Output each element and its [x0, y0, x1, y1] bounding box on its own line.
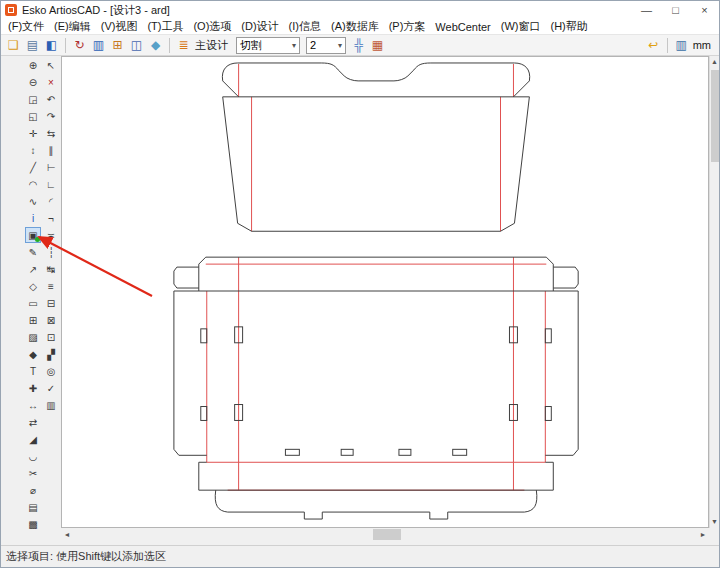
hatch-tool[interactable]: ▨ — [25, 329, 41, 345]
offset-tool[interactable]: ∥ — [43, 142, 59, 158]
pan-tool[interactable]: ✛ — [25, 125, 41, 141]
open-file-icon[interactable]: ❑ — [5, 37, 22, 54]
rotate-ccw-tool[interactable]: ↶ — [43, 91, 59, 107]
polygon-tool[interactable]: ◇ — [25, 278, 41, 294]
scroll-down-button[interactable]: ▼ — [710, 516, 719, 528]
bridge-tool[interactable]: ≍ — [43, 227, 59, 243]
trim-tool[interactable]: ⊢ — [43, 159, 59, 175]
mirror-tool[interactable]: ⇆ — [43, 125, 59, 141]
print-icon[interactable]: ▤ — [24, 37, 41, 54]
pattern-tool[interactable]: ▩ — [25, 516, 41, 532]
dimension-tool-icon: ↹ — [47, 264, 55, 275]
layout-tool[interactable]: ▤ — [25, 499, 41, 515]
layers-tool[interactable]: ▥ — [43, 397, 59, 413]
pointage-combo[interactable]: 2▾ — [306, 37, 346, 54]
vertical-scrollbar[interactable]: ▲ ▼ — [709, 56, 719, 528]
drawing-canvas[interactable] — [61, 56, 709, 528]
cut-tool[interactable]: ✂ — [25, 465, 41, 481]
menu-item-help[interactable]: (H)帮助 — [546, 19, 593, 34]
zoom-out-tool[interactable]: ⊖ — [25, 74, 41, 90]
align-tool[interactable]: ≡ — [43, 278, 59, 294]
menu-item-options[interactable]: (O)选项 — [188, 19, 236, 34]
grid-tool[interactable]: ⊞ — [25, 312, 41, 328]
fill-tool[interactable]: ◆ — [25, 346, 41, 362]
zoom-window-tool[interactable]: ◲ — [25, 91, 41, 107]
menu-item-design[interactable]: (D)设计 — [236, 19, 283, 34]
target-tool[interactable]: ◎ — [43, 363, 59, 379]
cube-icon[interactable]: ◆ — [147, 37, 164, 54]
v-scroll-thumb[interactable] — [711, 70, 719, 162]
notch-tool[interactable]: ¬ — [43, 210, 59, 226]
node-tool-icon: ✚ — [29, 383, 37, 394]
bevel-tool-icon: ◢ — [29, 434, 37, 445]
close-button[interactable]: × — [690, 1, 719, 19]
scroll-left-button[interactable]: ◄ — [61, 531, 73, 538]
round-corner-tool[interactable]: ◜ — [43, 193, 59, 209]
snap-grid-icon[interactable]: ╬ — [350, 37, 367, 54]
scroll-right-button[interactable]: ► — [697, 531, 709, 538]
mirror-tool-icon: ⇆ — [47, 128, 55, 139]
subtract-tool[interactable]: ⊟ — [43, 295, 59, 311]
rectangle-tool[interactable]: ▭ — [25, 295, 41, 311]
rebuild-icon[interactable]: ↻ — [71, 37, 88, 54]
bridge-tool-icon: ≍ — [47, 230, 55, 241]
union-tool[interactable]: ⊡ — [43, 329, 59, 345]
annotation-tool[interactable]: ✎ — [25, 244, 41, 260]
back-arrow-icon[interactable]: ↩ — [645, 37, 662, 54]
rectangle-tool-icon: ▭ — [28, 298, 37, 309]
arrow-tool[interactable]: ↗ — [25, 261, 41, 277]
corner-tool[interactable]: ∟ — [43, 176, 59, 192]
menu-item-database[interactable]: (A)数据库 — [326, 19, 384, 34]
selected-tool[interactable]: ▣ — [25, 227, 41, 243]
h-scroll-thumb[interactable] — [373, 529, 401, 540]
symbol-icon[interactable]: ◫ — [128, 37, 145, 54]
check-tool[interactable]: ✓ — [43, 380, 59, 396]
rotate-cw-tool[interactable]: ↷ — [43, 108, 59, 124]
save-icon[interactable]: ◧ — [43, 37, 60, 54]
scroll-up-button[interactable]: ▲ — [710, 56, 719, 68]
trim-tool-icon: ⊢ — [47, 162, 56, 173]
layers-tool-icon: ▥ — [46, 400, 55, 411]
menu-item-tools[interactable]: (T)工具 — [142, 19, 188, 34]
workspace: ⊕⊖◲◱✛↕╱◠∿i▣✎↗◇▭⊞▨◆T✚↔⇄◢◡✂⌀▤▩ ↖×↶↷⇆∥⊢∟◜¬≍… — [1, 56, 719, 545]
menu-item-file[interactable]: (F)文件 — [3, 19, 49, 34]
bevel-tool[interactable]: ◢ — [25, 431, 41, 447]
workspace-panel-icon[interactable]: ▥ — [673, 37, 690, 54]
menu-item-view[interactable]: (V)视图 — [96, 19, 143, 34]
curve-tool[interactable]: ∿ — [25, 193, 41, 209]
menu-item-info[interactable]: (I)信息 — [284, 19, 326, 34]
zoom-previous-tool-icon: ◱ — [28, 111, 37, 122]
chevron-down-icon: ▾ — [338, 41, 342, 50]
line-tool[interactable]: ╱ — [25, 159, 41, 175]
scroll-tool[interactable]: ↕ — [25, 142, 41, 158]
info-tool[interactable]: i — [25, 210, 41, 226]
menu-item-edit[interactable]: (E)编辑 — [49, 19, 96, 34]
slot-tool[interactable]: ▞ — [43, 346, 59, 362]
menu-item-window[interactable]: (W)窗口 — [496, 19, 546, 34]
delete-tool[interactable]: × — [43, 74, 59, 90]
stretch-tool[interactable]: ⇄ — [25, 414, 41, 430]
text-tool[interactable]: T — [25, 363, 41, 379]
arc-tool[interactable]: ◠ — [25, 176, 41, 192]
select-tool[interactable]: ↖ — [43, 57, 59, 73]
intersect-tool[interactable]: ⊠ — [43, 312, 59, 328]
zoom-in-tool[interactable]: ⊕ — [25, 57, 41, 73]
menu-item-project[interactable]: (P)方案 — [384, 19, 431, 34]
move-tool[interactable]: ↔ — [25, 397, 41, 413]
circle-tool[interactable]: ⌀ — [25, 482, 41, 498]
database-icon[interactable]: ▥ — [90, 37, 107, 54]
minimize-button[interactable]: — — [632, 1, 661, 19]
line-type-combo[interactable]: 切割▾ — [236, 37, 300, 54]
dimension-tool[interactable]: ↹ — [43, 261, 59, 277]
zoom-previous-tool[interactable]: ◱ — [25, 108, 41, 124]
node-tool[interactable]: ✚ — [25, 380, 41, 396]
table-view-icon[interactable]: ▦ — [369, 37, 386, 54]
catalog-icon[interactable]: ⊞ — [109, 37, 126, 54]
maximize-button[interactable]: □ — [661, 1, 690, 19]
menu-item-webcenter[interactable]: WebCenter — [430, 21, 495, 33]
perforation-tool[interactable]: ┆ — [43, 244, 59, 260]
h-scroll-track[interactable] — [73, 528, 697, 541]
horizontal-scrollbar[interactable]: ◄ ► — [61, 528, 709, 541]
main-design-icon[interactable]: ≣ — [175, 37, 192, 54]
fillet-tool[interactable]: ◡ — [25, 448, 41, 464]
